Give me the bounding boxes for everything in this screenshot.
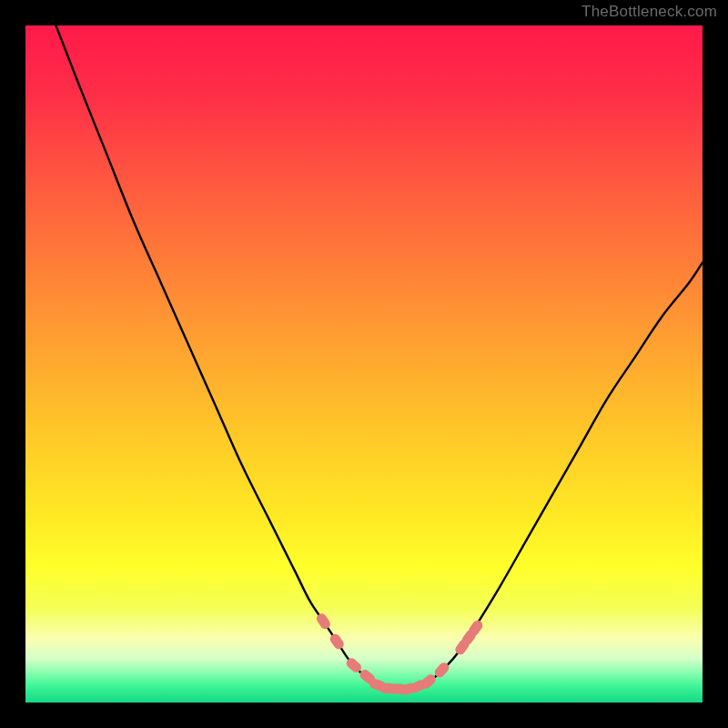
chart-frame: TheBottleneck.com (0, 0, 728, 728)
gradient-background (25, 25, 703, 703)
watermark-text: TheBottleneck.com (581, 3, 717, 21)
bottleneck-chart (25, 25, 703, 703)
plot-area (25, 25, 703, 703)
